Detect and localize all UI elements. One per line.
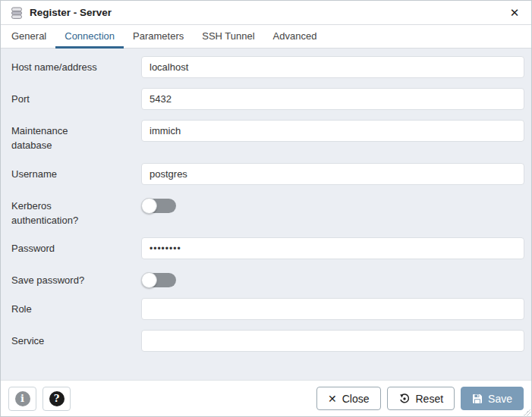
maintenance-database-input[interactable] [141,120,524,142]
reset-restore-icon [398,393,411,405]
save-floppy-icon [472,393,483,404]
tab-parameters[interactable]: Parameters [124,25,193,49]
form-row-save-password: Save password? [11,269,524,288]
toggle-knob [141,198,157,214]
field-label: Port [11,88,110,107]
close-x-icon: ✕ [328,393,337,404]
field-label: Role [11,298,110,317]
close-button-label: Close [342,393,370,405]
tab-general[interactable]: General [2,25,55,49]
username-input[interactable] [141,163,524,185]
info-icon: i [15,391,30,406]
help-icon: ? [49,391,65,406]
dialog-titlebar: Register - Server ✕ [1,1,531,25]
save-button-label: Save [488,393,512,405]
dialog-footer: i ? ✕ Close Reset [1,380,531,416]
register-server-dialog: Register - Server ✕ General Connection P… [0,0,532,417]
server-stack-icon [10,6,24,20]
field-label: Password [11,237,110,256]
host-name-address-input[interactable] [141,56,524,78]
form-row-kerberos-authentication: Kerberos authentication? [11,195,524,228]
form-row-password: Password [11,237,524,259]
tab-advanced[interactable]: Advanced [264,25,326,49]
tab-ssh-tunnel[interactable]: SSH Tunnel [193,25,263,49]
field-label: Service [11,330,110,349]
form-row-username: Username [11,163,524,185]
form-row-role: Role [11,298,524,320]
field-label: Maintenance database [11,120,110,153]
reset-button-label: Reset [416,393,444,405]
tab-connection[interactable]: Connection [55,25,124,49]
port-input[interactable] [141,88,524,110]
dialog-title: Register - Server [30,7,112,18]
form-row-host-name-address: Host name/address [11,56,524,78]
role-input[interactable] [141,298,524,320]
help-button[interactable]: ? [42,387,71,411]
password-input[interactable] [141,237,524,259]
dialog-close-icon[interactable]: ✕ [507,5,522,20]
form-row-maintenance-database: Maintenance database [11,120,524,153]
reset-button[interactable]: Reset [387,387,455,410]
service-input[interactable] [141,330,524,352]
field-label: Username [11,163,110,182]
info-button[interactable]: i [8,387,36,411]
save-password-toggle[interactable] [141,272,176,288]
connection-form: Host name/addressPortMaintenance databas… [1,49,531,380]
field-label: Save password? [11,269,110,288]
form-row-service: Service [11,330,524,352]
dialog-tabbar: General Connection Parameters SSH Tunnel… [1,25,531,49]
field-label: Host name/address [11,56,110,75]
form-row-port: Port [11,88,524,110]
kerberos-authentication-toggle[interactable] [141,198,176,214]
save-button[interactable]: Save [461,387,524,410]
field-label: Kerberos authentication? [11,195,110,228]
close-button[interactable]: ✕ Close [316,387,381,410]
